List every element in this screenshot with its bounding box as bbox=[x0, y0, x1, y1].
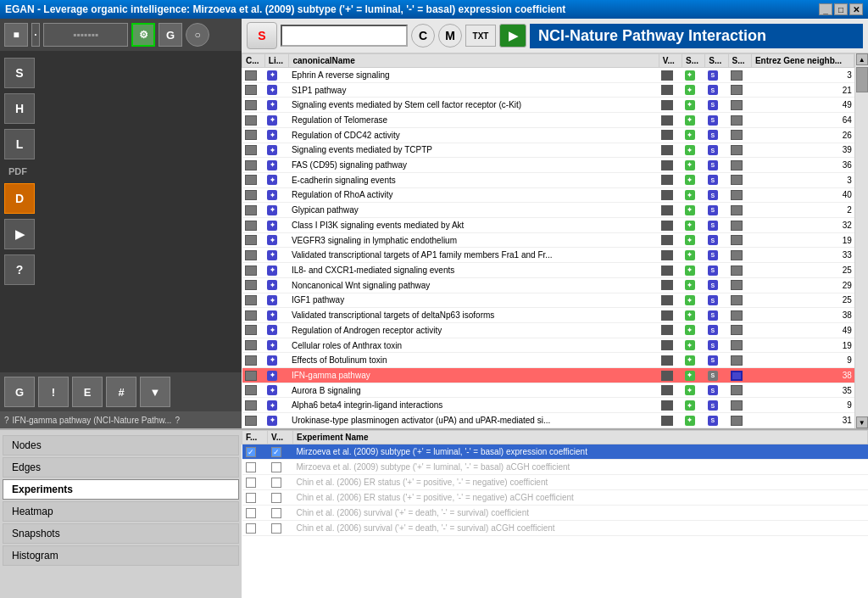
cell-name[interactable]: Regulation of RhoA activity bbox=[289, 187, 659, 203]
cell-name[interactable]: Validated transcriptional targets of AP1… bbox=[289, 248, 659, 263]
pathway-table-container[interactable]: C... Li... canonicalName V... S... S... … bbox=[242, 53, 868, 428]
experiment-row[interactable]: Chin et al. (2006) survival ('+' = death… bbox=[242, 521, 868, 536]
close-button[interactable]: ✕ bbox=[849, 3, 863, 15]
table-row[interactable]: ✦E-cadherin signaling events✦S3 bbox=[242, 172, 854, 187]
table-row[interactable]: ✦Noncanonical Wnt signaling pathway✦S29 bbox=[242, 277, 854, 293]
table-row[interactable]: ✦Aurora B signaling✦S35 bbox=[242, 383, 854, 398]
s-toolbar-button[interactable]: S bbox=[247, 22, 277, 49]
m-toolbar-button[interactable]: M bbox=[438, 24, 462, 48]
e-button[interactable]: E bbox=[72, 377, 103, 407]
table-row[interactable]: ✦VEGFR3 signaling in lymphatic endotheli… bbox=[242, 232, 854, 248]
table-row[interactable]: ✦Signaling events mediated by Stem cell … bbox=[242, 98, 854, 113]
table-row[interactable]: ✦Ephrin A reverse signaling✦S3 bbox=[242, 68, 854, 83]
window-controls[interactable]: _ □ ✕ bbox=[819, 3, 863, 15]
play-toolbar-button[interactable]: ▶ bbox=[499, 24, 526, 48]
table-scrollbar[interactable]: ▲ ▼ bbox=[854, 53, 868, 428]
cell-li: ✦ bbox=[264, 98, 289, 113]
cell-name[interactable]: Aurora B signaling bbox=[289, 383, 659, 398]
table-row[interactable]: ✦IGF1 pathway✦S25 bbox=[242, 293, 854, 308]
scroll-up[interactable]: ▲ bbox=[856, 53, 868, 65]
question-button[interactable]: ? bbox=[4, 254, 35, 285]
table-row[interactable]: ✦Class I PI3K signaling events mediated … bbox=[242, 218, 854, 233]
table-row[interactable]: ✦FAS (CD95) signaling pathway✦S36 bbox=[242, 158, 854, 173]
cell-name[interactable]: Urokinase-type plasminogen activator (uP… bbox=[289, 413, 659, 428]
table-row[interactable]: ✦Regulation of Telomerase✦S64 bbox=[242, 113, 854, 128]
tab-experiments[interactable]: Experiments bbox=[3, 479, 239, 500]
tab-histogram[interactable]: Histogram bbox=[3, 545, 239, 566]
cell-s3 bbox=[728, 398, 751, 413]
cell-name[interactable]: E-cadherin signaling events bbox=[289, 172, 659, 187]
tab-snapshots[interactable]: Snapshots bbox=[3, 523, 239, 544]
dot-icon[interactable]: · bbox=[31, 23, 40, 47]
cell-name[interactable]: Class I PI3K signaling events mediated b… bbox=[289, 218, 659, 233]
cell-name[interactable]: Signaling events mediated by Stem cell f… bbox=[289, 98, 659, 113]
tab-heatmap[interactable]: Heatmap bbox=[3, 501, 239, 522]
cell-name[interactable]: Ephrin A reverse signaling bbox=[289, 68, 659, 83]
cell-name[interactable]: IL8- and CXCR1-mediated signaling events bbox=[289, 263, 659, 278]
tab-nodes[interactable]: Nodes bbox=[3, 435, 239, 455]
cell-name[interactable]: Effects of Botulinum toxin bbox=[289, 353, 659, 368]
table-row[interactable]: ✦Cellular roles of Anthrax toxin✦S19 bbox=[242, 338, 854, 353]
minimize-button[interactable]: _ bbox=[819, 3, 832, 15]
cell-number: 29 bbox=[751, 277, 854, 293]
cell-name[interactable]: Alpha6 beta4 integrin-ligand interaction… bbox=[289, 398, 659, 413]
g-letter-icon[interactable]: G bbox=[159, 23, 182, 47]
maximize-button[interactable]: □ bbox=[834, 3, 848, 15]
cell-number: 3 bbox=[751, 172, 854, 187]
hash-button[interactable]: # bbox=[106, 377, 136, 407]
l-button[interactable]: L bbox=[4, 129, 35, 159]
h-button[interactable]: H bbox=[4, 93, 35, 124]
circle-icon[interactable]: ○ bbox=[186, 23, 209, 47]
cell-name[interactable]: Regulation of Androgen receptor activity bbox=[289, 322, 659, 338]
cell-name[interactable]: IFN-gamma pathway bbox=[289, 368, 659, 383]
search-input[interactable] bbox=[281, 25, 408, 47]
cell-name[interactable]: S1P1 pathway bbox=[289, 82, 659, 98]
bottom-left-nav: Nodes Edges Experiments Heatmap Snapshot… bbox=[0, 430, 242, 598]
scroll-thumb[interactable] bbox=[856, 67, 868, 92]
play-button[interactable]: ▶ bbox=[4, 219, 35, 249]
d-button[interactable]: D bbox=[4, 183, 35, 214]
experiment-row[interactable]: ✓✓Mirzoeva et al. (2009) subtype ('+' = … bbox=[242, 444, 868, 460]
g-button[interactable]: G bbox=[4, 377, 35, 407]
cell-s3 bbox=[728, 127, 751, 143]
table-row[interactable]: ✦Urokinase-type plasminogen activator (u… bbox=[242, 413, 854, 428]
c-toolbar-button[interactable]: C bbox=[411, 24, 435, 48]
cell-name[interactable]: Regulation of CDC42 activity bbox=[289, 127, 659, 143]
table-row[interactable]: ✦IFN-gamma pathway✦S38 bbox=[242, 368, 854, 383]
cell-s2: S bbox=[705, 127, 728, 143]
cell-name[interactable]: IGF1 pathway bbox=[289, 293, 659, 308]
cell-name[interactable]: Noncanonical Wnt signaling pathway bbox=[289, 277, 659, 293]
table-row[interactable]: ✦Validated transcriptional targets of AP… bbox=[242, 248, 854, 263]
experiment-row[interactable]: Chin et al. (2006) ER status ('+' = posi… bbox=[242, 490, 868, 506]
gear-icon[interactable]: ⚙ bbox=[131, 23, 155, 47]
square-icon[interactable]: ■ bbox=[4, 23, 28, 47]
s-button[interactable]: S bbox=[4, 58, 35, 88]
tab-edges[interactable]: Edges bbox=[3, 457, 239, 478]
cell-name[interactable]: Validated transcriptional targets of del… bbox=[289, 308, 659, 323]
table-row[interactable]: ✦Signaling events mediated by TCPTP✦S39 bbox=[242, 143, 854, 158]
exclamation-button[interactable]: ! bbox=[38, 377, 69, 407]
table-row[interactable]: ✦S1P1 pathway✦S21 bbox=[242, 82, 854, 98]
exp-f-cell bbox=[242, 490, 268, 506]
table-row[interactable]: ✦Effects of Botulinum toxin✦S9 bbox=[242, 353, 854, 368]
experiment-row[interactable]: Mirzoeva et al. (2009) subtype ('+' = lu… bbox=[242, 460, 868, 475]
table-row[interactable]: ✦IL8- and CXCR1-mediated signaling event… bbox=[242, 263, 854, 278]
txt-toolbar-button[interactable]: TXT bbox=[465, 25, 496, 47]
cell-name[interactable]: Glypican pathway bbox=[289, 203, 659, 218]
cell-s3 bbox=[728, 187, 751, 203]
table-row[interactable]: ✦Regulation of CDC42 activity✦S26 bbox=[242, 127, 854, 143]
arrow-down-button[interactable]: ▼ bbox=[140, 377, 170, 407]
experiment-row[interactable]: Chin et al. (2006) survival ('+' = death… bbox=[242, 506, 868, 521]
cell-name[interactable]: FAS (CD95) signaling pathway bbox=[289, 158, 659, 173]
table-row[interactable]: ✦Glypican pathway✦S2 bbox=[242, 203, 854, 218]
table-row[interactable]: ✦Validated transcriptional targets of de… bbox=[242, 308, 854, 323]
table-row[interactable]: ✦Alpha6 beta4 integrin-ligand interactio… bbox=[242, 398, 854, 413]
cell-name[interactable]: VEGFR3 signaling in lymphatic endotheliu… bbox=[289, 232, 659, 248]
experiment-row[interactable]: Chin et al. (2006) ER status ('+' = posi… bbox=[242, 475, 868, 490]
cell-name[interactable]: Cellular roles of Anthrax toxin bbox=[289, 338, 659, 353]
scroll-down[interactable]: ▼ bbox=[856, 416, 868, 428]
cell-name[interactable]: Signaling events mediated by TCPTP bbox=[289, 143, 659, 158]
cell-name[interactable]: Regulation of Telomerase bbox=[289, 113, 659, 128]
table-row[interactable]: ✦Regulation of Androgen receptor activit… bbox=[242, 322, 854, 338]
table-row[interactable]: ✦Regulation of RhoA activity✦S40 bbox=[242, 187, 854, 203]
